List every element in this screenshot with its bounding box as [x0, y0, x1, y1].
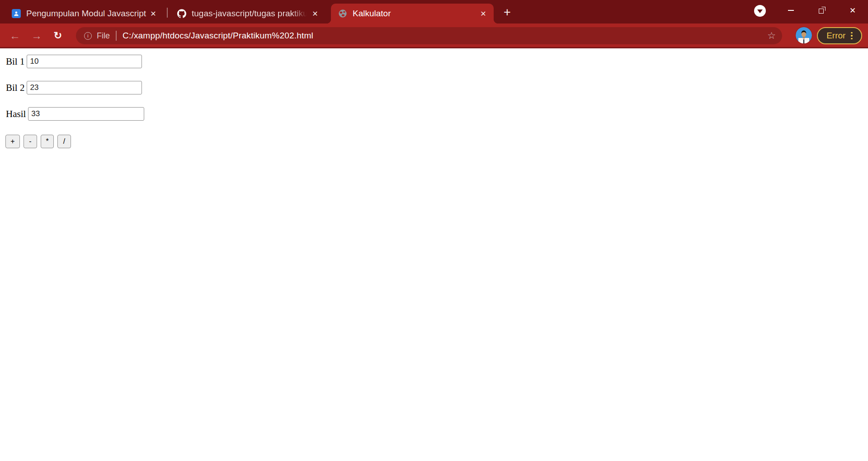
- tab-pengumpulan-modul[interactable]: Pengumpulan Modul Javascript ✕: [5, 4, 163, 24]
- field-label: Bil 2: [6, 82, 24, 94]
- tab-title: tugas-javascript/tugas praktikum: [192, 9, 309, 19]
- tab-close-icon[interactable]: ✕: [477, 8, 489, 19]
- tab-close-icon[interactable]: ✕: [147, 8, 159, 19]
- forward-arrow-icon: →: [31, 29, 42, 42]
- minimize-button[interactable]: [780, 0, 801, 21]
- browser-toolbar: ← → ↻ i File C:/xampp/htdocs/Javascript/…: [0, 24, 868, 48]
- url-text: C:/xampp/htdocs/Javascript/Praktikum%202…: [123, 31, 313, 41]
- forward-button[interactable]: →: [28, 28, 45, 44]
- divide-button[interactable]: /: [57, 135, 71, 148]
- field-label: Bil 1: [6, 56, 24, 67]
- media-controls-button[interactable]: [754, 5, 766, 17]
- bookmark-star-icon[interactable]: ☆: [767, 30, 776, 41]
- reload-button[interactable]: ↻: [50, 28, 66, 44]
- minimize-icon: [788, 10, 794, 11]
- url-separator: [116, 31, 117, 41]
- back-arrow-icon: ←: [9, 29, 20, 42]
- restore-button[interactable]: [811, 0, 831, 21]
- tab-strip: Pengumpulan Modul Javascript ✕ tugas-jav…: [0, 0, 868, 24]
- reload-icon: ↻: [54, 30, 62, 42]
- caret-down-icon: [757, 9, 763, 13]
- url-scheme-label: File: [97, 31, 110, 41]
- profile-avatar[interactable]: [796, 27, 812, 43]
- close-window-button[interactable]: ✕: [842, 0, 863, 21]
- tab-github-tugas[interactable]: tugas-javascript/tugas praktikum ✕: [171, 4, 325, 24]
- error-menu-button[interactable]: Error: [817, 27, 862, 44]
- kebab-menu-icon: [851, 32, 853, 40]
- error-badge-label: Error: [826, 31, 845, 41]
- field-label: Hasil: [6, 108, 26, 120]
- back-button[interactable]: ←: [7, 28, 23, 44]
- tab-separator: [167, 8, 168, 18]
- site-info-icon[interactable]: i: [84, 32, 92, 40]
- restore-icon: [819, 9, 824, 14]
- github-favicon-icon: [177, 9, 186, 18]
- tab-close-icon[interactable]: ✕: [309, 8, 321, 19]
- bil2-input[interactable]: [27, 81, 142, 94]
- bil2-row: Bil 2: [6, 81, 868, 94]
- globe-favicon-icon: [338, 9, 347, 18]
- bil1-input[interactable]: [27, 55, 142, 68]
- person-favicon-icon: [12, 9, 21, 18]
- multiply-button[interactable]: *: [41, 135, 54, 148]
- bil1-row: Bil 1: [6, 55, 868, 68]
- address-bar[interactable]: i File C:/xampp/htdocs/Javascript/Prakti…: [76, 27, 782, 44]
- new-tab-button[interactable]: +: [499, 4, 515, 20]
- add-button[interactable]: +: [5, 135, 20, 148]
- subtract-button[interactable]: -: [24, 135, 37, 148]
- page-content: Bil 1 Bil 2 Hasil + - * /: [0, 48, 868, 461]
- tab-title: Pengumpulan Modul Javascript: [26, 9, 147, 19]
- tab-kalkulator[interactable]: Kalkulator ✕: [331, 4, 494, 24]
- tab-title: Kalkulator: [353, 9, 477, 19]
- hasil-row: Hasil: [6, 107, 868, 121]
- hasil-input[interactable]: [28, 107, 144, 121]
- operator-buttons: + - * /: [5, 135, 868, 148]
